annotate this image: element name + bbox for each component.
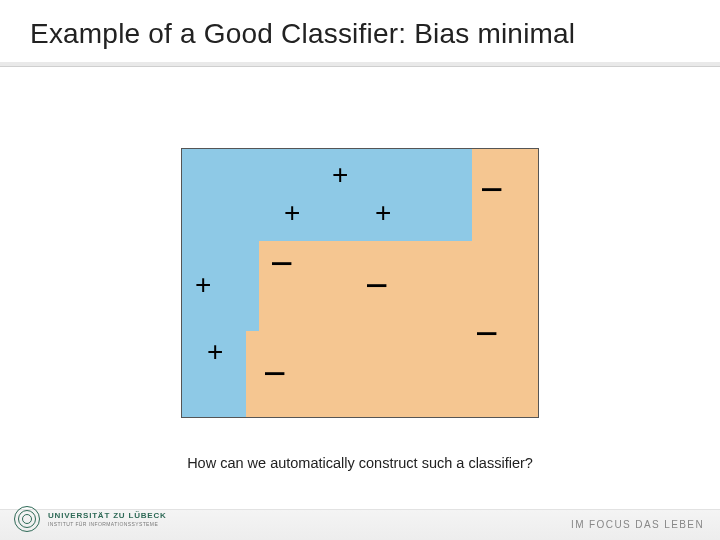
plus-icon: +	[375, 199, 391, 227]
university-subline: INSTITUT FÜR INFORMATIONSSYSTEME	[48, 522, 167, 527]
plus-icon: +	[207, 338, 223, 366]
plus-icon: +	[332, 161, 348, 189]
caption: How can we automatically construct such …	[0, 455, 720, 471]
university-name: UNIVERSITÄT ZU LÜBECK	[48, 512, 167, 520]
minus-icon: −	[475, 313, 498, 353]
minus-icon: −	[263, 353, 286, 393]
plus-icon: +	[195, 271, 211, 299]
university-text: UNIVERSITÄT ZU LÜBECK INSTITUT FÜR INFOR…	[48, 512, 167, 527]
title-divider	[0, 62, 720, 66]
plus-icon: +	[284, 199, 300, 227]
minus-icon: −	[270, 243, 293, 283]
positive-region	[182, 149, 472, 241]
minus-icon: −	[365, 265, 388, 305]
university-seal-icon	[14, 506, 40, 532]
slide: Example of a Good Classifier: Bias minim…	[0, 0, 720, 540]
page-title: Example of a Good Classifier: Bias minim…	[30, 18, 575, 50]
positive-region	[182, 241, 259, 331]
footer-left: UNIVERSITÄT ZU LÜBECK INSTITUT FÜR INFOR…	[14, 506, 167, 532]
classifier-chart: + + + + + − − − − −	[181, 148, 539, 418]
minus-icon: −	[480, 169, 503, 209]
footer-motto: IM FOCUS DAS LEBEN	[571, 519, 704, 530]
